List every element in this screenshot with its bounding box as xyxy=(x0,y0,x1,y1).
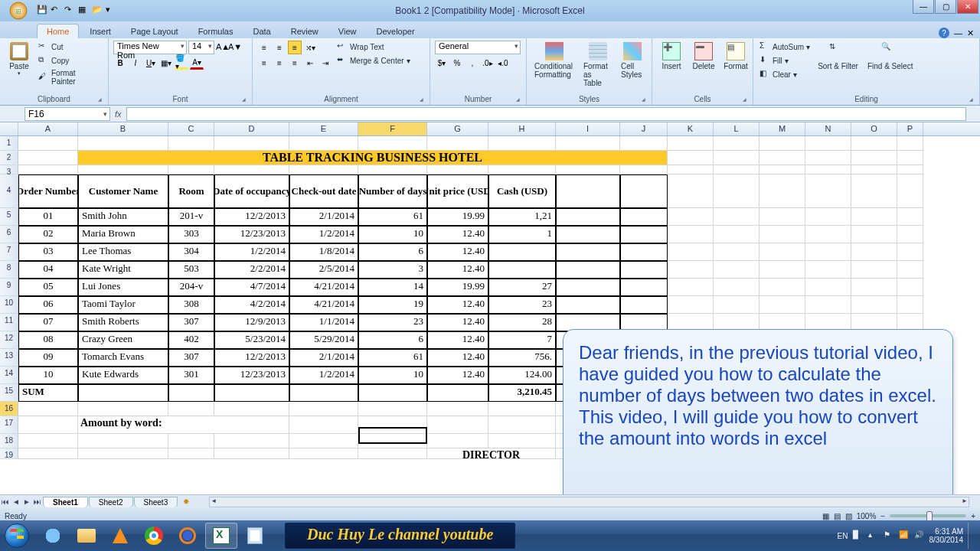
shrink-font-icon[interactable]: A▼ xyxy=(228,42,239,53)
tab-insert[interactable]: Insert xyxy=(80,24,120,38)
table-header[interactable]: Unit price (USD) xyxy=(427,174,488,208)
cell[interactable]: 4/7/2014 xyxy=(214,279,289,296)
cell[interactable] xyxy=(168,402,214,416)
tab-data[interactable]: Data xyxy=(243,24,279,38)
cell[interactable] xyxy=(805,208,851,226)
cell[interactable] xyxy=(488,416,556,434)
cell[interactable]: 124.00 xyxy=(488,367,556,384)
cell[interactable]: 12.40 xyxy=(427,226,488,243)
align-top-icon[interactable]: ≡ xyxy=(257,41,271,54)
cell[interactable]: 2/1/2014 xyxy=(289,349,358,367)
cell[interactable] xyxy=(714,296,760,314)
cell[interactable] xyxy=(851,208,897,226)
format-as-table-button[interactable]: Format as Table xyxy=(580,41,615,89)
title-cell[interactable]: TABLE TRACKING BUSINESS HOTEL xyxy=(78,151,668,165)
zoom-level[interactable]: 100% xyxy=(857,512,877,520)
inc-decimal-icon[interactable]: .0▸ xyxy=(481,56,495,70)
cell[interactable]: 10 xyxy=(18,367,78,384)
table-header[interactable]: Number of days xyxy=(358,174,427,208)
cell[interactable] xyxy=(620,208,668,226)
zoom-out-icon[interactable]: − xyxy=(880,512,885,520)
cell[interactable]: Lee Thomas xyxy=(78,243,168,261)
cell[interactable] xyxy=(78,384,168,402)
cell[interactable] xyxy=(18,136,78,151)
cell[interactable] xyxy=(851,296,897,314)
cell[interactable]: 3,210.45 xyxy=(488,384,556,402)
cell[interactable] xyxy=(289,136,358,151)
cell[interactable] xyxy=(289,384,358,402)
cell[interactable]: 1/1/2014 xyxy=(289,314,358,331)
cell[interactable] xyxy=(214,402,289,416)
cell[interactable]: Lui Jones xyxy=(78,279,168,296)
cell[interactable] xyxy=(897,208,923,226)
cell[interactable] xyxy=(427,402,488,416)
cell[interactable] xyxy=(620,136,668,151)
prev-sheet-icon[interactable]: ◄ xyxy=(11,497,21,506)
cell[interactable]: 01 xyxy=(18,208,78,226)
grow-font-icon[interactable]: A▲ xyxy=(216,42,227,53)
cell[interactable] xyxy=(556,279,620,296)
align-left-icon[interactable]: ≡ xyxy=(257,56,271,70)
table-header[interactable]: Customer Name xyxy=(78,174,168,208)
font-name-combo[interactable]: Times New Rom xyxy=(113,41,187,54)
cell[interactable] xyxy=(760,279,805,296)
show-desktop-button[interactable] xyxy=(968,523,975,549)
cell[interactable]: 204-v xyxy=(168,279,214,296)
cell[interactable] xyxy=(427,165,488,174)
office-button[interactable]: ⊞ xyxy=(3,1,34,21)
cell[interactable] xyxy=(714,279,760,296)
col-header-E[interactable]: E xyxy=(289,122,358,135)
cell[interactable]: 10 xyxy=(358,367,427,384)
cell[interactable]: 3 xyxy=(358,261,427,279)
cell[interactable] xyxy=(897,174,923,208)
zoom-slider[interactable] xyxy=(890,514,966,517)
cell[interactable] xyxy=(358,384,427,402)
format-painter-button[interactable]: 🖌Format Painter xyxy=(37,68,103,86)
first-sheet-icon[interactable]: ⏮ xyxy=(0,497,11,506)
align-center-icon[interactable]: ≡ xyxy=(273,56,286,70)
cell[interactable] xyxy=(488,136,556,151)
cell[interactable] xyxy=(556,243,620,261)
cell[interactable]: 1/8/2014 xyxy=(289,243,358,261)
font-size-combo[interactable]: 14 xyxy=(188,41,214,54)
col-header-I[interactable]: I xyxy=(556,122,620,135)
cell[interactable]: 1 xyxy=(488,226,556,243)
underline-button[interactable]: U▾ xyxy=(144,56,158,70)
decrease-indent-icon[interactable]: ⇤ xyxy=(303,56,317,70)
cell[interactable] xyxy=(556,226,620,243)
orientation-icon[interactable]: ⤭▾ xyxy=(303,41,317,54)
cell[interactable]: 12.40 xyxy=(427,296,488,314)
cell[interactable] xyxy=(556,261,620,279)
cell[interactable] xyxy=(668,151,714,165)
cell[interactable] xyxy=(851,279,897,296)
cell[interactable]: Kate Wright xyxy=(78,261,168,279)
taskbar-vlc[interactable] xyxy=(104,523,136,549)
cell[interactable] xyxy=(714,261,760,279)
cell[interactable]: 4/21/2014 xyxy=(289,296,358,314)
cell[interactable] xyxy=(78,402,168,416)
cell[interactable] xyxy=(897,279,923,296)
cell[interactable] xyxy=(760,296,805,314)
cell[interactable] xyxy=(427,384,488,402)
qat-more-icon[interactable]: ▾ xyxy=(106,5,118,17)
cell[interactable] xyxy=(760,208,805,226)
cell[interactable]: 5/29/2014 xyxy=(289,331,358,349)
start-button[interactable] xyxy=(0,520,34,551)
col-header-G[interactable]: G xyxy=(427,122,488,135)
zoom-in-icon[interactable]: + xyxy=(971,512,975,520)
align-right-icon[interactable]: ≡ xyxy=(288,56,302,70)
cell[interactable] xyxy=(289,416,358,434)
cell[interactable]: 1/2/2014 xyxy=(214,243,289,261)
cell[interactable]: 12.40 xyxy=(427,349,488,367)
cell[interactable]: 2/5/2014 xyxy=(289,261,358,279)
cell[interactable] xyxy=(805,226,851,243)
cell[interactable] xyxy=(805,151,851,165)
cell[interactable]: 12.40 xyxy=(427,314,488,331)
cell[interactable]: SUM xyxy=(18,384,78,402)
next-sheet-icon[interactable]: ► xyxy=(21,497,32,506)
row-header[interactable]: 5 xyxy=(0,208,18,226)
cell[interactable]: 23 xyxy=(488,296,556,314)
cell[interactable]: 61 xyxy=(358,349,427,367)
currency-icon[interactable]: $▾ xyxy=(435,56,449,70)
taskbar-ie[interactable] xyxy=(37,523,69,549)
